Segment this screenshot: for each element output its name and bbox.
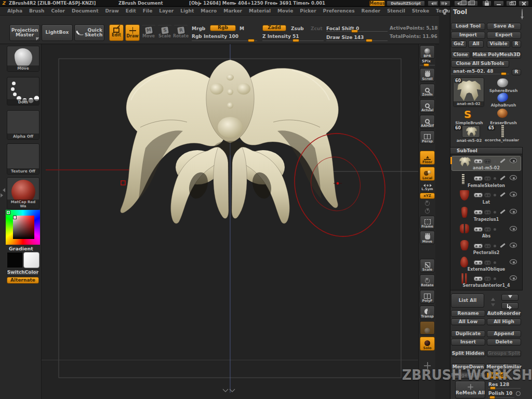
ecorche-tool-icon[interactable] [501,125,504,138]
subtool-toggle-capsule[interactable] [474,193,483,197]
subtool-section-header[interactable]: SubTool [450,147,523,154]
subtool-toggle-capsule-dim[interactable] [484,176,491,181]
subtool-up-arrow-icon[interactable] [491,296,495,301]
tool-slider-r-button[interactable]: R [512,69,521,75]
subtool-toggle-capsule-dim[interactable] [484,210,491,215]
all-low-button[interactable]: All Low [451,318,485,325]
subtool-toggle-dot[interactable] [494,245,496,247]
zcut-button[interactable]: Zcut [311,26,323,31]
quick-sketch-button[interactable]: Quick Sketch [74,24,104,41]
menu-edit[interactable]: Edit [126,8,136,14]
subtool-icon-pectoralis[interactable] [460,240,469,250]
subtool-toggle-capsule-dim[interactable] [484,260,491,265]
draw-button[interactable]: Draw [125,24,140,41]
polypaint-pen-icon[interactable] [500,208,506,215]
subtool-toggle-capsule-dim[interactable] [484,276,491,281]
edit-button[interactable]: Edit [109,24,124,41]
menu-stroke[interactable]: Stroke [412,8,429,14]
visibility-eye-icon[interactable] [510,175,517,180]
polypaint-pen-icon[interactable] [500,242,506,248]
focal-shift-handle[interactable] [351,30,358,33]
zsub-button[interactable]: Zsub [291,26,304,31]
visibility-eye-icon[interactable] [510,243,517,248]
polypaint-pen-icon[interactable] [500,191,506,197]
simplebrush-icon[interactable]: S [464,108,471,121]
draw-size-slider[interactable] [326,41,388,41]
draw-size-handle[interactable] [366,39,373,42]
lock-button[interactable] [482,1,491,6]
polish-slider[interactable] [488,397,514,398]
subtool-toggle-capsule[interactable] [474,244,483,248]
current-brush-thumbnail[interactable]: Move [7,46,39,72]
menus-button[interactable]: Menus [369,1,385,6]
menu-preferences[interactable]: Preferences [323,8,355,14]
m-button[interactable]: M [240,26,244,31]
secondary-color-swatch[interactable] [23,252,39,268]
undo-document-button[interactable] [454,1,466,6]
zadd-button[interactable]: Zadd [262,25,286,31]
subtool-toggle-capsule-dim[interactable] [484,159,491,164]
subtool-toggle-capsule[interactable] [474,210,483,215]
redo-document-button[interactable] [467,1,478,6]
rename-button[interactable]: Rename [451,310,485,317]
polish-circle-toggle[interactable] [516,391,521,396]
subtool-toggle-capsule[interactable] [474,227,483,232]
sv-marker[interactable] [14,216,16,219]
insert-button[interactable]: Insert [451,339,485,345]
subtool-move-bent-button[interactable] [501,302,518,309]
rotate-button[interactable]: RRotate [174,24,188,41]
ghost-button[interactable] [420,321,435,335]
focal-shift-slider[interactable] [326,31,388,32]
hue-marker[interactable] [7,211,10,214]
menu-render[interactable]: Render [362,8,380,14]
subtool-toggle-capsule[interactable] [474,159,483,164]
subtool-toggle-capsule-dim[interactable] [484,193,491,197]
spix-handle[interactable] [423,63,429,66]
clone-all-subtools-button[interactable]: Clone All SubTools [451,60,509,68]
goz-r-button[interactable]: R [512,41,521,48]
menu-movie[interactable]: Movie [277,8,293,14]
subtool-icon-externaloblique[interactable] [460,257,468,268]
current-stroke-thumbnail[interactable]: Dots [7,77,39,105]
subtool-toggle-dot[interactable] [494,228,496,231]
menu-picker[interactable]: Picker [300,8,316,14]
menu-material[interactable]: Material [249,8,271,14]
alternate-button[interactable]: Alternate [7,277,39,284]
transp-button[interactable]: Transp [420,305,435,319]
menu-file[interactable]: File [143,8,152,14]
visibility-eye-icon[interactable] [510,209,517,214]
menu-alpha[interactable]: Alpha [7,8,22,14]
rgb-intensity-handle[interactable] [248,39,255,42]
save-as-button[interactable]: Save As [487,23,521,30]
current-texture-thumbnail[interactable]: Texture Off [7,143,39,175]
palette-reset-icon[interactable] [522,9,523,20]
scroll-button[interactable]: Scroll [420,68,435,82]
main-color-swatch[interactable] [7,252,23,268]
color-picker-sv-square[interactable] [13,216,34,239]
polypaint-pen-icon[interactable] [500,175,506,181]
import-button[interactable]: Import [451,32,485,39]
subtool-icon-trapezius[interactable] [461,207,468,218]
menu-layer[interactable]: Layer [159,8,174,14]
persp-button[interactable]: Persp [420,130,435,144]
subtool-toggle-dot[interactable] [494,177,496,180]
visibility-eye-icon[interactable] [510,158,517,163]
subtool-toggle-capsule-dim[interactable] [484,244,491,248]
duplicate-button[interactable]: Duplicate [451,330,485,337]
current-material-thumbnail[interactable]: MatCap Red Wa [7,177,39,209]
polyframe-button[interactable]: PolyF [420,290,435,303]
scale-3d-button[interactable]: Scale [420,259,435,272]
load-tool-button[interactable]: Load Tool [451,23,485,30]
polypaint-pen-icon[interactable] [500,157,506,164]
delete-button[interactable]: Delete [487,339,521,345]
tool-name-slider[interactable] [451,74,509,74]
polish-slider-handle[interactable] [489,396,495,399]
lsym-button[interactable]: L.Sym [420,183,435,192]
clone-button[interactable]: Clone [451,51,470,59]
subtool-dim-arrow-icon[interactable] [491,303,495,309]
visibility-eye-icon[interactable] [510,259,517,264]
remesh-all-button[interactable]: ReMesh All [455,381,485,398]
all-high-button[interactable]: All High [487,318,521,325]
visibility-eye-icon[interactable] [510,192,517,197]
actual-button[interactable]: Actual [420,99,435,113]
